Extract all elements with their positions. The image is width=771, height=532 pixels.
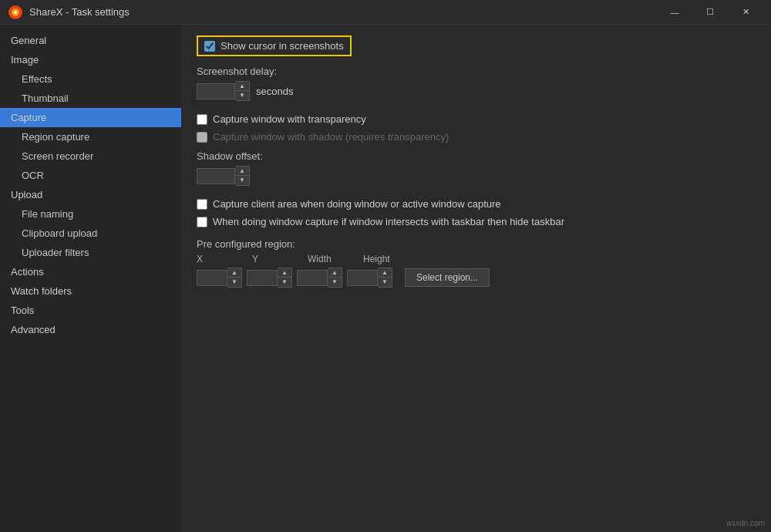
capture-transparency-label: Capture window with transparency [213,113,366,125]
capture-shadow-row[interactable]: Capture window with shadow (requires tra… [197,131,756,143]
pre-configured-label: Pre configured region: [197,238,756,250]
region-w-up[interactable]: ▲ [328,268,342,278]
shadow-offset-spinner: 20 ▲ ▼ [197,166,756,186]
region-inputs: 0 ▲ ▼ 0 ▲ ▼ 0 [197,268,756,288]
show-cursor-label: Show cursor in screenshots [221,40,344,52]
sidebar-item-advanced[interactable]: Advanced [0,320,181,339]
shadow-offset-section: Shadow offset: 20 ▲ ▼ [197,150,756,186]
content-area: Show cursor in screenshots Screenshot de… [181,25,771,532]
sidebar-item-effects[interactable]: Effects [0,69,181,89]
region-y-buttons: ▲ ▼ [278,268,292,288]
screenshot-delay-label: Screenshot delay: [197,66,756,77]
window-title: ShareX - Task settings [29,6,657,18]
show-cursor-highlight: Show cursor in screenshots [197,35,352,56]
region-h-down[interactable]: ▼ [378,278,392,287]
shadow-offset-down-button[interactable]: ▼ [235,176,249,185]
region-labels: X Y Width Height [197,254,756,264]
sidebar-item-file-naming[interactable]: File naming [0,204,181,224]
sidebar-item-watch-folders[interactable]: Watch folders [0,281,181,301]
capture-shadow-label: Capture window with shadow (requires tra… [213,131,449,143]
shadow-offset-input[interactable]: 20 [197,168,235,184]
capture-transparency-row[interactable]: Capture window with transparency [197,113,756,125]
region-x-buttons: ▲ ▼ [227,268,242,288]
select-region-button[interactable]: Select region... [405,268,490,287]
show-cursor-checkbox-label[interactable]: Show cursor in screenshots [204,40,344,52]
screenshot-delay-input[interactable]: 0.0 [197,83,235,99]
region-y-spinner: 0 ▲ ▼ [247,268,292,288]
screenshot-delay-row: 0.0 ▲ ▼ seconds [197,81,756,101]
shadow-offset-spinner-buttons: ▲ ▼ [235,166,250,186]
main-container: General Image Effects Thumbnail Capture … [0,25,771,532]
sidebar-item-thumbnail[interactable]: Thumbnail [0,89,181,108]
sidebar-item-screen-recorder[interactable]: Screen recorder [0,146,181,166]
region-h-label: Height [363,254,419,264]
shadow-offset-up-button[interactable]: ▲ [235,167,249,176]
hide-taskbar-label: When doing window capture if window inte… [213,216,564,227]
region-h-up[interactable]: ▲ [378,268,392,278]
capture-transparency-checkbox[interactable] [197,114,207,125]
minimize-button[interactable]: — [657,0,692,25]
capture-client-label: Capture client area when doing window or… [213,198,501,210]
region-w-down[interactable]: ▼ [328,278,342,287]
sidebar-item-upload[interactable]: Upload [0,185,181,204]
region-w-buttons: ▲ ▼ [328,268,342,288]
region-y-up[interactable]: ▲ [278,268,291,278]
screenshot-delay-spinner-buttons: ▲ ▼ [235,81,250,101]
screenshot-delay-down-button[interactable]: ▼ [235,91,249,100]
region-h-spinner: 0 ▲ ▼ [347,268,392,288]
region-h-input[interactable]: 0 [347,270,378,286]
sidebar-item-ocr[interactable]: OCR [0,166,181,185]
hide-taskbar-checkbox[interactable] [197,217,207,227]
sidebar-item-general[interactable]: General [0,31,181,50]
shadow-offset-label: Shadow offset: [197,150,756,162]
capture-shadow-checkbox[interactable] [197,132,207,143]
sidebar-item-uploader-filters[interactable]: Uploader filters [0,243,181,262]
window-controls: — ☐ ✕ [657,0,763,25]
close-button[interactable]: ✕ [728,0,763,25]
svg-point-2 [14,11,17,14]
region-x-label: X [197,254,252,264]
titlebar: ShareX - Task settings — ☐ ✕ [0,0,771,25]
sidebar: General Image Effects Thumbnail Capture … [0,25,181,532]
region-y-input[interactable]: 0 [247,270,278,286]
region-x-spinner: 0 ▲ ▼ [197,268,242,288]
region-section: Pre configured region: X Y Width Height … [197,238,756,288]
maximize-button[interactable]: ☐ [692,0,728,25]
sidebar-item-capture[interactable]: Capture [0,108,181,127]
region-w-label: Width [308,254,363,264]
region-x-up[interactable]: ▲ [227,268,241,278]
screenshot-delay-section: Screenshot delay: 0.0 ▲ ▼ seconds [197,66,756,101]
hide-taskbar-row[interactable]: When doing window capture if window inte… [197,216,756,227]
region-w-spinner: 0 ▲ ▼ [297,268,342,288]
region-x-input[interactable]: 0 [197,270,227,286]
capture-client-row[interactable]: Capture client area when doing window or… [197,198,756,210]
sidebar-item-tools[interactable]: Tools [0,301,181,320]
screenshot-delay-up-button[interactable]: ▲ [235,82,249,91]
region-y-label: Y [252,254,308,264]
region-x-down[interactable]: ▼ [227,278,241,287]
app-logo [8,5,23,20]
screenshot-delay-spinner: 0.0 ▲ ▼ [197,81,250,101]
region-h-buttons: ▲ ▼ [378,268,392,288]
sidebar-item-actions[interactable]: Actions [0,262,181,281]
capture-client-checkbox[interactable] [197,199,207,210]
watermark: wsxdn.com [726,519,765,527]
show-cursor-checkbox[interactable] [204,41,215,52]
region-y-down[interactable]: ▼ [278,278,291,287]
region-w-input[interactable]: 0 [297,270,328,286]
sidebar-item-clipboard-upload[interactable]: Clipboard upload [0,224,181,243]
sidebar-item-region-capture[interactable]: Region capture [0,127,181,146]
sidebar-item-image[interactable]: Image [0,50,181,69]
screenshot-delay-unit: seconds [256,86,293,97]
